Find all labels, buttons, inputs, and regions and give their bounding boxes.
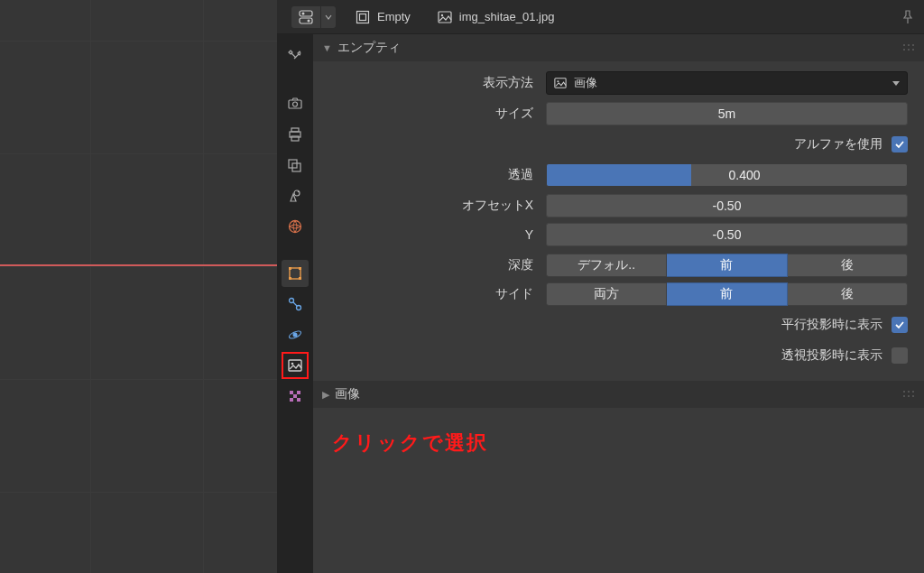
use-alpha-checkbox[interactable] <box>892 136 908 152</box>
viewport-3d[interactable] <box>0 0 277 573</box>
tab-viewlayer[interactable] <box>282 152 309 179</box>
svg-point-47 <box>912 395 914 397</box>
svg-point-9 <box>293 102 298 106</box>
disclosure-down-icon: ▼ <box>322 42 332 53</box>
check-icon <box>894 139 905 150</box>
svg-rect-20 <box>299 267 301 270</box>
size-field[interactable]: 5m <box>546 102 908 125</box>
offset-y-field[interactable]: -0.50 <box>546 223 908 246</box>
svg-point-45 <box>903 395 905 397</box>
pin-icon <box>901 10 915 24</box>
section-image-title: 画像 <box>335 386 360 402</box>
opacity-slider[interactable]: 0.400 <box>546 163 908 187</box>
image-data-icon <box>287 357 303 374</box>
tab-constraints[interactable] <box>282 291 309 318</box>
tab-tool[interactable] <box>282 43 309 70</box>
svg-point-16 <box>298 191 300 193</box>
tab-scene[interactable] <box>282 182 309 209</box>
show-ortho-label: 平行投影時に表示 <box>781 317 882 333</box>
side-front-button[interactable]: 前 <box>667 282 787 306</box>
side-enum: 両方 前 後 <box>546 282 908 306</box>
offset-y-label: Y <box>329 227 546 242</box>
chevron-down-icon <box>325 14 332 21</box>
svg-point-39 <box>912 49 914 51</box>
svg-point-25 <box>293 333 298 337</box>
svg-point-23 <box>290 299 294 303</box>
tab-world[interactable] <box>282 213 309 240</box>
side-both-button[interactable]: 両方 <box>546 282 667 306</box>
svg-rect-0 <box>300 11 312 16</box>
svg-point-3 <box>308 19 310 22</box>
grip-icon[interactable] <box>902 43 915 52</box>
pin-button[interactable] <box>901 10 915 24</box>
check-icon <box>894 319 905 330</box>
breadcrumb-object[interactable]: Empty <box>348 8 418 26</box>
show-ortho-checkbox[interactable] <box>892 317 908 333</box>
constraint-icon <box>287 296 303 312</box>
editor-type-selector[interactable] <box>291 6 336 28</box>
offset-x-label: オフセットX <box>329 198 546 214</box>
display-as-label: 表示方法 <box>329 75 546 91</box>
grip-icon[interactable] <box>902 390 915 399</box>
opacity-value: 0.400 <box>727 164 761 186</box>
svg-rect-29 <box>290 391 293 394</box>
svg-point-38 <box>908 49 910 51</box>
svg-rect-22 <box>299 277 301 280</box>
physics-icon <box>287 327 303 343</box>
svg-rect-33 <box>297 398 300 402</box>
annotation-text: クリックで選択 <box>332 430 488 457</box>
show-persp-label: 透視投影時に表示 <box>781 347 882 364</box>
svg-point-15 <box>294 190 300 196</box>
world-icon <box>287 218 303 235</box>
tab-output[interactable] <box>282 121 309 148</box>
printer-icon <box>287 126 303 143</box>
display-as-select[interactable]: 画像 <box>546 71 908 95</box>
size-value: 5m <box>718 106 735 121</box>
tab-texture[interactable] <box>282 383 309 410</box>
tab-object[interactable] <box>282 260 309 287</box>
svg-rect-31 <box>293 394 297 398</box>
offset-x-value: -0.50 <box>713 199 742 213</box>
svg-rect-19 <box>289 267 291 270</box>
depth-default-button[interactable]: デフォル.. <box>546 254 667 277</box>
svg-point-41 <box>557 80 559 82</box>
axis-x-line <box>0 264 277 266</box>
size-label: サイズ <box>329 106 546 122</box>
depth-enum: デフォル.. 前 後 <box>546 254 908 277</box>
texture-icon <box>287 388 303 404</box>
depth-front-button[interactable]: 前 <box>667 254 787 277</box>
depth-label: 深度 <box>329 257 546 273</box>
offset-y-value: -0.50 <box>713 227 742 242</box>
object-icon <box>287 265 303 282</box>
svg-point-2 <box>302 12 305 14</box>
side-back-button[interactable]: 後 <box>788 282 908 306</box>
tab-render[interactable] <box>282 90 309 117</box>
section-image-header[interactable]: ▶ 画像 <box>313 381 924 408</box>
properties-header: Empty img_shitae_01.jpg <box>277 0 924 34</box>
use-alpha-label: アルファを使用 <box>794 136 882 152</box>
breadcrumb-data[interactable]: img_shitae_01.jpg <box>430 8 562 26</box>
empty-axes-icon <box>356 10 370 24</box>
cone-sphere-icon <box>287 188 303 204</box>
svg-rect-5 <box>360 14 366 20</box>
tab-physics[interactable] <box>282 321 309 348</box>
section-empty-header[interactable]: ▼ エンプティ <box>313 34 924 61</box>
offset-x-field[interactable]: -0.50 <box>546 194 908 217</box>
svg-point-34 <box>903 44 905 46</box>
svg-rect-11 <box>291 128 299 132</box>
svg-rect-1 <box>300 18 312 23</box>
camera-back-icon <box>287 96 303 112</box>
breadcrumb-object-label: Empty <box>377 10 411 23</box>
image-icon <box>438 10 452 24</box>
svg-point-46 <box>908 395 910 397</box>
disclosure-right-icon: ▶ <box>322 389 329 401</box>
svg-point-44 <box>912 391 914 393</box>
svg-rect-21 <box>289 277 291 280</box>
svg-point-42 <box>903 391 905 393</box>
properties-icon <box>298 9 314 25</box>
layers-icon <box>287 157 303 173</box>
depth-back-button[interactable]: 後 <box>788 254 908 277</box>
tab-object-data[interactable] <box>282 352 309 379</box>
svg-rect-8 <box>289 100 301 108</box>
show-persp-checkbox[interactable] <box>892 347 908 364</box>
